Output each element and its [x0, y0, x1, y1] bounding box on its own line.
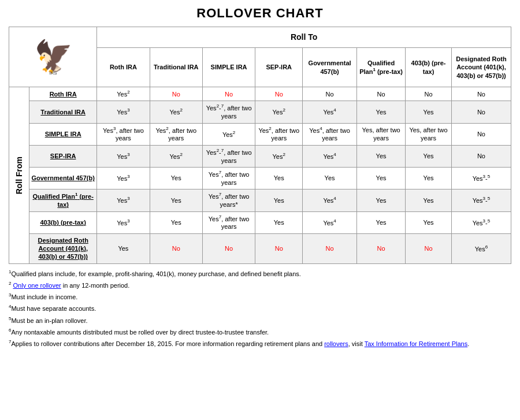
cell-r3-c4: Yes4 [303, 145, 357, 167]
cell-r2-c4: Yes4, after two years [303, 123, 357, 145]
cell-r5-c2: Yes7, after two years* [202, 189, 255, 211]
cell-r0-c5: No [356, 87, 405, 101]
cell-r7-c1: No [150, 233, 202, 263]
cell-r1-c2: Yes2-7, after two years [202, 101, 255, 123]
cell-r3-c7: No [451, 145, 511, 167]
cell-r7-c7: Yes6 [451, 233, 511, 263]
irs-logo: 🦅 IRS [27, 30, 79, 82]
cell-r4-c4: Yes [303, 168, 357, 189]
cell-r3-c3: Yes2 [255, 145, 303, 167]
row-header-2: SIMPLE IRA [29, 123, 97, 145]
cell-r6-c0: Yes3 [97, 211, 150, 233]
col-header-roth-ira: Roth IRA [97, 47, 150, 87]
cell-r2-c3: Yes2, after two years [255, 123, 303, 145]
row-header-0: Roth IRA [29, 87, 97, 101]
cell-r7-c4: No [303, 233, 357, 263]
cell-r4-c5: Yes [356, 168, 405, 189]
row-header-3: SEP-IRA [29, 145, 97, 167]
cell-r1-c7: No [451, 101, 511, 123]
cell-r3-c1: Yes2 [150, 145, 202, 167]
cell-r5-c0: Yes3 [97, 189, 150, 211]
cell-r2-c0: Yes3, after two years [97, 123, 150, 145]
cell-r7-c6: No [406, 233, 452, 263]
cell-r2-c1: Yes2, after two years [150, 123, 202, 145]
one-rollover-link[interactable]: Only one rollover [13, 282, 61, 289]
cell-r6-c4: Yes4 [303, 211, 357, 233]
cell-r3-c6: Yes [406, 145, 452, 167]
rollovers-link[interactable]: rollovers [324, 340, 348, 347]
col-header-des-roth: Designated Roth Account (401(k), 403(b) … [451, 47, 511, 87]
cell-r4-c7: Yes3-5 [451, 168, 511, 189]
footnote-7: 7Applies to rollover contributions after… [9, 339, 511, 349]
footnote-2: 2 Only one rollover in any 12-month peri… [9, 280, 511, 291]
cell-r3-c5: Yes [356, 145, 405, 167]
cell-r6-c7: Yes3-5 [451, 211, 511, 233]
cell-r1-c1: Yes2 [150, 101, 202, 123]
tax-info-link[interactable]: Tax Information for Retirement Plans [365, 340, 468, 347]
row-header-4: Governmental 457(b) [29, 168, 97, 189]
page-title: ROLLOVER CHART [9, 6, 511, 21]
cell-r7-c3: No [255, 233, 303, 263]
footnote-4: 4Must have separate accounts. [9, 303, 511, 314]
cell-r1-c6: Yes [406, 101, 452, 123]
row-header-7: Designated Roth Account (401(k), 403(b) … [29, 233, 97, 263]
col-header-sep-ira: SEP-IRA [255, 47, 303, 87]
cell-r7-c2: No [202, 233, 255, 263]
cell-r6-c3: Yes [255, 211, 303, 233]
cell-r6-c1: Yes [150, 211, 202, 233]
cell-r0-c3: No [255, 87, 303, 101]
cell-r1-c3: Yes2 [255, 101, 303, 123]
cell-r6-c2: Yes7, after two years [202, 211, 255, 233]
cell-r4-c2: Yes7, after two years [202, 168, 255, 189]
col-header-gov-457b: Governmental 457(b) [303, 47, 357, 87]
cell-r0-c4: No [303, 87, 357, 101]
cell-r1-c5: Yes [356, 101, 405, 123]
footnote-3: 3Must include in income. [9, 292, 511, 302]
cell-r5-c7: Yes3-5 [451, 189, 511, 211]
roll-from-label: Roll From [9, 87, 29, 263]
footnotes-section: 1Qualified plans include, for example, p… [9, 269, 511, 350]
cell-r2-c2: Yes2 [202, 123, 255, 145]
svg-text:IRS: IRS [49, 70, 57, 76]
cell-r0-c2: No [202, 87, 255, 101]
cell-r5-c5: Yes [356, 189, 405, 211]
col-header-trad-ira: Traditional IRA [150, 47, 202, 87]
cell-r1-c0: Yes3 [97, 101, 150, 123]
cell-r5-c4: Yes4 [303, 189, 357, 211]
footnote-1: 1Qualified plans include, for example, p… [9, 269, 511, 279]
cell-r4-c0: Yes3 [97, 168, 150, 189]
footnote-6: 6Any nontaxable amounts distributed must… [9, 327, 511, 337]
cell-r0-c6: No [406, 87, 452, 101]
cell-r0-c0: Yes2 [97, 87, 150, 101]
row-header-5: Qualified Plan1 (pre-tax) [29, 189, 97, 211]
cell-r6-c5: Yes [356, 211, 405, 233]
col-header-403b: 403(b) (pre-tax) [406, 47, 452, 87]
cell-r0-c7: No [451, 87, 511, 101]
cell-r7-c5: No [356, 233, 405, 263]
cell-r0-c1: No [150, 87, 202, 101]
cell-r2-c6: Yes, after two years [406, 123, 452, 145]
row-header-1: Traditional IRA [29, 101, 97, 123]
col-header-simple-ira: SIMPLE IRA [202, 47, 255, 87]
cell-r7-c0: Yes [97, 233, 150, 263]
cell-r5-c1: Yes [150, 189, 202, 211]
cell-r4-c3: Yes [255, 168, 303, 189]
cell-r6-c6: Yes [406, 211, 452, 233]
cell-r5-c3: Yes [255, 189, 303, 211]
row-header-6: 403(b) (pre-tax) [29, 211, 97, 233]
svg-text:🦅: 🦅 [34, 38, 73, 75]
cell-r3-c0: Yes3 [97, 145, 150, 167]
roll-to-header: Roll To [97, 27, 511, 48]
cell-r1-c4: Yes4 [303, 101, 357, 123]
cell-r5-c6: Yes [406, 189, 452, 211]
cell-r3-c2: Yes2-7, after two years [202, 145, 255, 167]
cell-r2-c7: No [451, 123, 511, 145]
cell-r4-c1: Yes [150, 168, 202, 189]
col-header-qual-plan: Qualified Plan1 (pre-tax) [356, 47, 405, 87]
footnote-5: 5Must be an in-plan rollover. [9, 315, 511, 326]
rollover-chart-table: 🦅 IRS Roll To Roth IRA Traditional IRA S… [9, 27, 511, 264]
cell-r4-c6: Yes [406, 168, 452, 189]
cell-r2-c5: Yes, after two years [356, 123, 405, 145]
logo-cell: 🦅 IRS [9, 27, 97, 87]
